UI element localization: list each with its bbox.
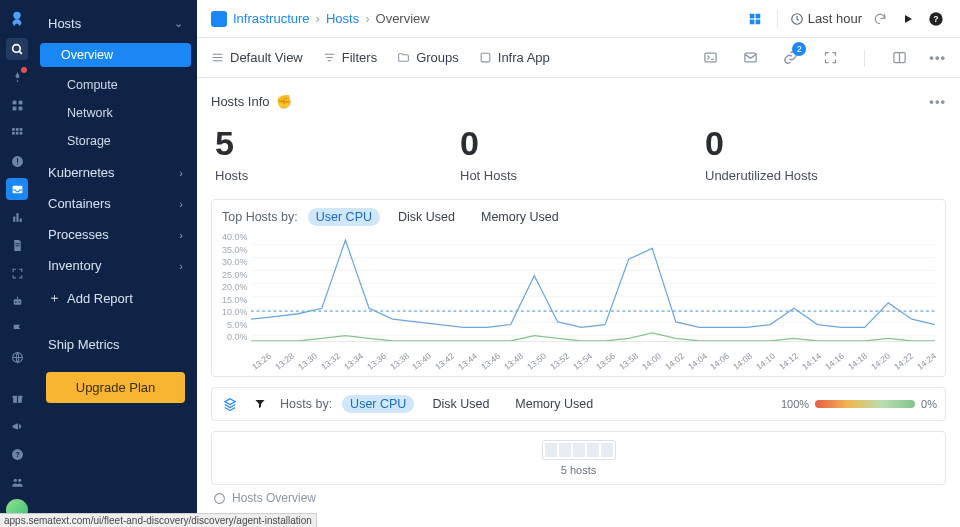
- chip-user-cpu[interactable]: User CPU: [308, 208, 380, 226]
- add-report-label: Add Report: [67, 291, 133, 306]
- default-view-label: Default View: [230, 50, 303, 65]
- upgrade-plan-button[interactable]: Upgrade Plan: [46, 372, 185, 403]
- x-axis: 13:2613:2813:3013:3213:3413:3613:3813:40…: [222, 362, 935, 374]
- ship-metrics-link[interactable]: Ship Metrics: [34, 327, 197, 362]
- layout-icon[interactable]: [889, 48, 909, 68]
- logo-icon[interactable]: [4, 6, 30, 32]
- terminal-icon[interactable]: [700, 48, 720, 68]
- browser-status-url: apps.sematext.com/ui/fleet-and-discovery…: [0, 513, 317, 527]
- thumbnail-strip[interactable]: [542, 440, 616, 460]
- add-report-button[interactable]: ＋ Add Report: [34, 281, 197, 315]
- groups-button[interactable]: Groups: [397, 50, 459, 65]
- sidebar-label: Kubernetes: [48, 165, 115, 180]
- sidebar-sub-compute[interactable]: Compute: [34, 73, 197, 97]
- rocket-icon[interactable]: [6, 66, 28, 88]
- megaphone-icon[interactable]: [6, 415, 28, 437]
- chip-disk-used-2[interactable]: Disk Used: [424, 395, 497, 413]
- sidebar-item-containers[interactable]: Containers ›: [34, 190, 197, 217]
- infra-app-button[interactable]: Infra App: [479, 50, 550, 65]
- filters-button[interactable]: Filters: [323, 50, 377, 65]
- kpi-label: Underutilized Hosts: [705, 168, 942, 183]
- svg-rect-34: [750, 13, 755, 18]
- document-icon[interactable]: [6, 234, 28, 256]
- svg-rect-25: [16, 296, 17, 299]
- filter-icon[interactable]: [250, 394, 270, 414]
- layers-icon[interactable]: [220, 394, 240, 414]
- svg-point-0: [13, 12, 20, 19]
- fullscreen-icon[interactable]: [6, 262, 28, 284]
- sidebar-item-hosts[interactable]: Hosts ⌄: [34, 10, 197, 37]
- svg-rect-8: [15, 128, 18, 131]
- expand-icon[interactable]: [820, 48, 840, 68]
- svg-rect-12: [19, 131, 22, 134]
- content: Hosts Info ✊ ••• 5 Hosts 0 Hot Hosts 0 U…: [197, 78, 960, 527]
- sidebar-item-kubernetes[interactable]: Kubernetes ›: [34, 159, 197, 186]
- svg-rect-18: [16, 213, 18, 222]
- utilization-legend: 100% 0%: [781, 398, 937, 410]
- chip-lead: Top Hosts by:: [222, 210, 298, 224]
- grab-icon[interactable]: ✊: [276, 94, 292, 109]
- svg-rect-21: [15, 245, 19, 246]
- chart-plot[interactable]: [251, 232, 935, 342]
- inbox-icon[interactable]: [6, 178, 28, 200]
- svg-rect-37: [755, 19, 760, 24]
- apps-icon[interactable]: [6, 94, 28, 116]
- svg-rect-35: [755, 13, 760, 18]
- hosts-overview-footer[interactable]: Hosts Overview: [211, 485, 946, 511]
- svg-point-52: [215, 493, 225, 503]
- sidebar-label: Containers: [48, 196, 111, 211]
- chip-disk-used[interactable]: Disk Used: [390, 208, 463, 226]
- sidebar-sub-network[interactable]: Network: [34, 101, 197, 125]
- left-icon-rail: ?: [0, 0, 34, 527]
- help-icon[interactable]: ?: [6, 443, 28, 465]
- robot-icon[interactable]: [6, 290, 28, 312]
- sidebar-item-processes[interactable]: Processes ›: [34, 221, 197, 248]
- grid-icon[interactable]: [6, 122, 28, 144]
- search-icon[interactable]: [6, 38, 28, 60]
- infra-app-label: Infra App: [498, 50, 550, 65]
- svg-rect-11: [15, 131, 18, 134]
- svg-rect-3: [12, 100, 16, 104]
- more-icon[interactable]: •••: [929, 50, 946, 65]
- breadcrumb-root[interactable]: Infrastructure: [233, 11, 310, 26]
- team-icon[interactable]: [6, 471, 28, 493]
- refresh-icon[interactable]: [870, 9, 890, 29]
- sidebar-item-inventory[interactable]: Inventory ›: [34, 252, 197, 279]
- default-view-button[interactable]: Default View: [211, 50, 303, 65]
- gift-icon[interactable]: [6, 387, 28, 409]
- section-more-icon[interactable]: •••: [929, 94, 946, 109]
- chip-user-cpu-2[interactable]: User CPU: [342, 395, 414, 413]
- hosts-by-lead: Hosts by:: [280, 397, 332, 411]
- globe-icon[interactable]: [6, 346, 28, 368]
- apps-grid-icon[interactable]: [745, 9, 765, 29]
- svg-rect-19: [19, 218, 21, 221]
- hosts-by-row: Hosts by: User CPU Disk Used Memory Used…: [211, 387, 946, 421]
- kpi-value: 5: [215, 126, 452, 160]
- hosts-count-label: 5 hosts: [212, 464, 945, 476]
- sidebar-label: Inventory: [48, 258, 101, 273]
- play-icon[interactable]: [898, 9, 918, 29]
- sidebar-sub-overview[interactable]: Overview: [40, 43, 191, 67]
- svg-rect-17: [13, 216, 15, 221]
- sidebar-sub-storage[interactable]: Storage: [34, 129, 197, 153]
- hosts-thumbnails: 5 hosts: [211, 431, 946, 485]
- breadcrumb-current: Overview: [376, 11, 430, 26]
- top-hosts-chart: Top Hosts by: User CPU Disk Used Memory …: [211, 199, 946, 377]
- svg-point-1: [12, 44, 20, 52]
- section-title-label: Hosts Info: [211, 94, 270, 109]
- top-bar: Infrastructure › Hosts › Overview Last h…: [197, 0, 960, 38]
- chip-memory-used-2[interactable]: Memory Used: [507, 395, 601, 413]
- mail-icon[interactable]: [740, 48, 760, 68]
- time-range-selector[interactable]: Last hour: [790, 11, 862, 26]
- bar-chart-icon[interactable]: [6, 206, 28, 228]
- flag-icon[interactable]: [6, 318, 28, 340]
- help-circle-icon[interactable]: ?: [926, 9, 946, 29]
- svg-point-23: [15, 301, 17, 303]
- alert-icon[interactable]: [6, 150, 28, 172]
- kpi-hot-hosts: 0 Hot Hosts: [456, 122, 701, 185]
- link-icon[interactable]: 2: [780, 48, 800, 68]
- kpi-label: Hot Hosts: [460, 168, 697, 183]
- breadcrumb-mid[interactable]: Hosts: [326, 11, 359, 26]
- breadcrumb: Infrastructure › Hosts › Overview: [211, 11, 430, 27]
- chip-memory-used[interactable]: Memory Used: [473, 208, 567, 226]
